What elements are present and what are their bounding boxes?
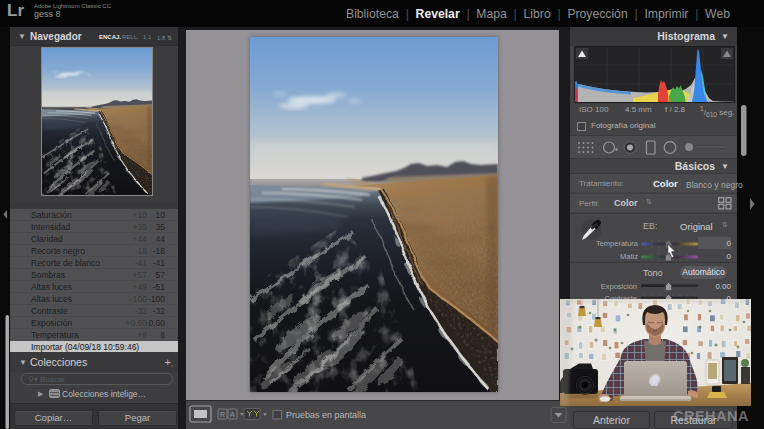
svg-text:A: A — [230, 411, 235, 418]
svg-text:R: R — [220, 411, 225, 418]
svg-text:Pruebas en pantalla: Pruebas en pantalla — [286, 410, 366, 420]
